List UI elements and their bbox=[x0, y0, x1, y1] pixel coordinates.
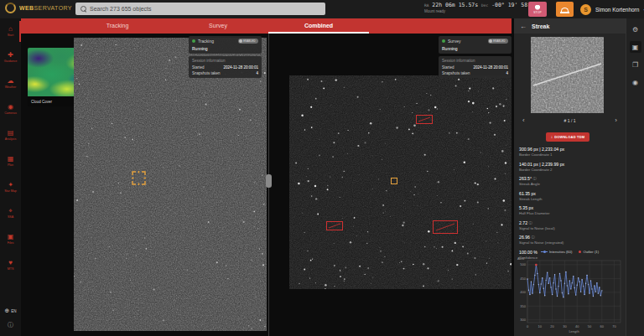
cloud-cover-label: Cloud Cover bbox=[31, 100, 52, 104]
tracking-camera-image[interactable] bbox=[74, 38, 267, 331]
stat-label: Border Coordinate 2 bbox=[519, 168, 624, 172]
survey-title: Survey bbox=[448, 39, 486, 44]
download-tdm-button[interactable]: ↓ DOWNLOAD TDM bbox=[546, 132, 589, 142]
streak-detection-box-3[interactable] bbox=[433, 220, 458, 234]
stat-streak-angle: 263.5° ⓘStreak Angle bbox=[519, 176, 624, 186]
sidebar-item-guidance[interactable]: ✚Guidance bbox=[0, 44, 21, 70]
ssa-icon: ⌖ bbox=[8, 208, 13, 215]
svg-text:400: 400 bbox=[520, 290, 526, 294]
focus-button[interactable]: ◉ bbox=[630, 76, 641, 88]
tracking-toggle[interactable]: ENABLED bbox=[238, 39, 258, 44]
stat-value: 5.35 px bbox=[519, 205, 624, 210]
guidance-icon: ✚ bbox=[8, 52, 13, 59]
stat-label: Border Coordinate 1 bbox=[519, 152, 624, 157]
svg-text:300: 300 bbox=[520, 318, 526, 322]
globe-icon: ⊕ bbox=[4, 308, 9, 314]
svg-text:50: 50 bbox=[588, 324, 592, 328]
tracking-state: Running bbox=[192, 46, 258, 51]
sidebar-item-plan[interactable]: ▦Plan bbox=[0, 148, 21, 174]
sidebar-item-label: Start bbox=[8, 34, 14, 37]
sidebar-item-label: Files bbox=[8, 241, 14, 245]
info-icon[interactable]: ⓘ bbox=[529, 221, 532, 225]
prev-icon[interactable]: ‹ bbox=[522, 116, 525, 124]
sidebar-item-label: Weather bbox=[5, 85, 17, 89]
snapshots-value: 4 bbox=[506, 71, 508, 75]
tracking-status-card: Tracking ENABLED Running bbox=[189, 36, 262, 54]
sidebar-item-label: Guidance bbox=[4, 59, 17, 63]
sidebar-item-cameras[interactable]: ◉Cameras bbox=[0, 96, 21, 122]
stat-half-flux-diameter: 5.35 pxHalf Flux Diameter bbox=[519, 205, 624, 215]
stat-value: 26.96 ⓘ bbox=[519, 235, 624, 240]
survey-status-card: Survey ENABLED Running bbox=[439, 36, 512, 54]
svg-text:30: 30 bbox=[563, 324, 567, 328]
info-button[interactable]: ⓘ bbox=[8, 321, 13, 329]
files-icon: ▣ bbox=[8, 234, 14, 240]
stat-value: 2.72 ⓘ bbox=[519, 220, 624, 225]
info-icon[interactable]: ⓘ bbox=[531, 235, 534, 240]
sidebar-item-ssa[interactable]: ⌖SSA bbox=[0, 200, 21, 226]
search-bar[interactable] bbox=[75, 3, 325, 15]
back-icon[interactable]: ← bbox=[520, 23, 527, 30]
sidebar-nav: ⌂Start✚Guidance☁Weather◉Cameras▤Analysis… bbox=[0, 18, 21, 278]
dec-label: Dec bbox=[481, 3, 488, 8]
snapshots-value: 4 bbox=[256, 71, 258, 75]
tab-tracking[interactable]: Tracking bbox=[67, 18, 168, 34]
sidebar-item-weather[interactable]: ☁Weather bbox=[0, 70, 21, 96]
sidebar-item-label: Star Map bbox=[4, 189, 17, 193]
pagination-text: # 1 / 1 bbox=[564, 118, 576, 123]
info-icon[interactable]: ⓘ bbox=[533, 177, 537, 181]
panel-button[interactable]: ▣ bbox=[630, 41, 641, 53]
panel-divider-handle[interactable] bbox=[266, 174, 272, 188]
copy-icon: ❐ bbox=[632, 61, 638, 69]
sidebar-item-files[interactable]: ▣Files bbox=[0, 226, 21, 252]
survey-session-card: Session information Started 2024-11-28 2… bbox=[439, 56, 512, 78]
survey-camera-image[interactable] bbox=[289, 75, 512, 289]
stat-value: 61.35 px bbox=[519, 191, 624, 196]
svg-text:10: 10 bbox=[538, 324, 543, 328]
tab-survey[interactable]: Survey bbox=[168, 18, 268, 34]
main-content: Cloud Cover 24% bbox=[21, 34, 514, 336]
logo-icon bbox=[5, 3, 16, 13]
tab-combined[interactable]: Combined bbox=[268, 18, 369, 34]
avatar: S bbox=[580, 4, 591, 15]
survey-state: Running bbox=[442, 46, 508, 51]
tracking-status-dot bbox=[192, 39, 195, 43]
copy-button[interactable]: ❐ bbox=[630, 59, 641, 70]
session-title: Session information bbox=[192, 59, 258, 63]
stat-value: 263.5° ⓘ bbox=[519, 176, 624, 181]
streak-detection-box-2[interactable] bbox=[326, 221, 343, 230]
mount-status: Mount ready bbox=[424, 9, 541, 13]
streak-detection-box-1[interactable] bbox=[416, 115, 433, 124]
search-input[interactable] bbox=[90, 6, 320, 12]
sidebar-bottom: ⊕ EN ⓘ bbox=[0, 308, 21, 336]
plan-icon: ▦ bbox=[8, 156, 14, 163]
snapshots-label: Snapshots taken bbox=[442, 71, 470, 75]
stat-streak-length: 61.35 pxStreak Length bbox=[519, 191, 624, 201]
tracking-title: Tracking bbox=[198, 39, 236, 44]
app-logo[interactable]: WEBSERVATORY bbox=[5, 3, 72, 13]
tracking-session-card: Session information Started 2024-11-28 2… bbox=[189, 56, 262, 78]
legend-outlier-1[interactable]: Outlier (1) bbox=[579, 250, 599, 254]
sidebar-item-mts[interactable]: ♥MTS bbox=[0, 252, 21, 278]
dome-button[interactable] bbox=[556, 2, 574, 17]
next-icon[interactable]: › bbox=[615, 116, 617, 124]
survey-toggle[interactable]: ENABLED bbox=[488, 39, 508, 44]
svg-text:350: 350 bbox=[520, 304, 526, 308]
streak-panel-title: Streak bbox=[532, 23, 549, 29]
sidebar-item-star-map[interactable]: ✦Star Map bbox=[0, 174, 21, 200]
language-switcher[interactable]: ⊕ EN bbox=[4, 308, 16, 314]
sidebar-item-start[interactable]: ⌂Start bbox=[0, 18, 21, 44]
user-menu[interactable]: S Simon Kortenhorn ▾ bbox=[580, 2, 644, 17]
logo-text: WEBSERVATORY bbox=[19, 5, 72, 11]
search-icon bbox=[80, 6, 86, 12]
svg-text:500: 500 bbox=[520, 262, 526, 266]
streak-panel: ← Streak ⚙▣❐◉ ‹ # 1 / 1 › bbox=[514, 18, 644, 336]
sidebar-item-label: MTS bbox=[8, 267, 14, 271]
legend-intensities-60[interactable]: Intensities (60) bbox=[541, 250, 572, 254]
tools-button[interactable]: ⚙ bbox=[630, 23, 641, 35]
sidebar-item-analysis[interactable]: ▤Analysis bbox=[0, 122, 21, 148]
stop-button[interactable]: STOP bbox=[528, 2, 547, 17]
tool-strip: ⚙▣❐◉ bbox=[626, 18, 644, 336]
stat-label: Signal to Noise (integrated) bbox=[519, 240, 624, 245]
streak-thumbnail[interactable] bbox=[531, 37, 604, 113]
